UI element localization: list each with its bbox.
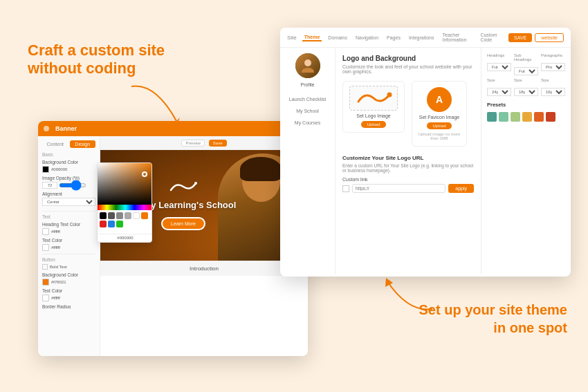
sub-headings-font-select[interactable]: Futura Arial — [514, 67, 538, 75]
svg-marker-0 — [173, 118, 180, 127]
sidebar-item-school[interactable]: My School — [283, 106, 332, 116]
btn-text-label: Text Color — [42, 288, 95, 293]
favicon-upload-box: A Set Favicon Image Upload Upload image … — [412, 81, 467, 147]
custom-url-title: Customize Your Site Logo URL — [342, 155, 474, 161]
avatar — [295, 53, 320, 78]
preset-red[interactable] — [546, 112, 555, 122]
font-headers-row: Headings Futura Arial Sub Headings Futur… — [487, 53, 565, 75]
headings-font-select[interactable]: Futura Arial — [487, 63, 511, 71]
tab-design[interactable]: Design — [70, 140, 96, 148]
text-color-row: #ffffff — [42, 244, 95, 251]
sh-size-select[interactable]: 18px 16px — [514, 88, 538, 96]
color-hex-input[interactable] — [98, 234, 152, 241]
tab-theme[interactable]: Theme — [302, 34, 322, 41]
heading-color-swatch[interactable] — [42, 228, 49, 235]
opacity-row — [42, 182, 95, 189]
heading-color-value: #ffffff — [51, 230, 60, 234]
p-size-col: Size 16px 14px — [541, 78, 565, 96]
site-label: Site — [287, 35, 297, 41]
paragraphs-font-select[interactable]: Proxima Nova Arial — [541, 63, 565, 71]
opacity-input[interactable] — [42, 182, 57, 189]
settings-save-btn[interactable]: SAVE — [508, 33, 532, 42]
sidebar-item-launch[interactable]: Launch Checklist — [283, 94, 332, 104]
size-row: Size 24px 20px Size 18px 16px Size — [487, 78, 565, 96]
paragraphs-col: Paragraphs Proxima Nova Arial — [541, 53, 565, 75]
settings-publish-btn[interactable]: website — [535, 33, 564, 42]
canvas-footer-text: Introduction — [190, 265, 219, 272]
swatch-white[interactable] — [133, 212, 140, 219]
preset-lime[interactable] — [511, 112, 520, 122]
bold-checkbox[interactable] — [42, 264, 48, 270]
sh-size-label: Size — [514, 78, 538, 82]
swatch-green[interactable] — [116, 221, 123, 227]
logo-bg-title: Logo and Background — [342, 55, 474, 62]
btn-bg-value: #f78021 — [51, 280, 66, 284]
swatch-blue[interactable] — [108, 221, 115, 227]
hero-learn-btn[interactable]: Learn More — [161, 217, 205, 230]
headings-label: Headings — [487, 53, 511, 57]
paragraphs-label: Paragraphs — [541, 53, 565, 57]
tab-integrations[interactable]: Integrations — [407, 35, 437, 41]
tab-teacher-info[interactable]: Teacher Information — [441, 32, 475, 43]
text-color-swatch[interactable] — [42, 244, 49, 251]
settings-top-actions: SAVE website — [508, 33, 564, 42]
swatch-black[interactable] — [100, 212, 107, 219]
h-size-label: Size — [487, 78, 511, 82]
sub-headings-col: Sub Headings Futura Arial — [514, 53, 538, 75]
custom-url-checkbox[interactable] — [342, 185, 349, 192]
hero-logo-svg — [169, 180, 197, 193]
logo-upload-btn[interactable]: Upload — [361, 121, 385, 128]
svg-point-2 — [194, 182, 197, 185]
preset-orange[interactable] — [534, 112, 544, 122]
preset-yellow[interactable] — [522, 112, 532, 122]
bold-row: Bold Text — [42, 264, 95, 270]
p-size-select[interactable]: 16px 14px — [541, 88, 565, 96]
border-radius-label: Border Radius — [42, 304, 95, 309]
tab-custom-code[interactable]: Custom Code — [478, 32, 503, 43]
custom-url-input[interactable] — [352, 184, 445, 193]
tab-content[interactable]: Content — [42, 140, 68, 148]
settings-top-nav: Site Theme Domains Navigation Pages Inte… — [280, 28, 571, 48]
swatch-light[interactable] — [125, 212, 131, 219]
tab-navigation[interactable]: Navigation — [353, 35, 380, 41]
sidebar-tabs: Content Design — [42, 140, 95, 148]
color-gradient[interactable] — [98, 163, 152, 205]
preset-teal[interactable] — [487, 112, 497, 122]
text-color-label: Text Color — [42, 238, 95, 243]
swatch-dark[interactable] — [108, 212, 115, 219]
headings-col: Headings Futura Arial — [487, 53, 511, 75]
bg-color-swatch[interactable] — [42, 166, 49, 173]
save-btn[interactable]: Save — [209, 140, 227, 147]
settings-main: Logo and Background Customize the look a… — [336, 48, 481, 274]
logo-bg-grid: Set Logo Image Upload A Set Favicon Imag… — [342, 81, 474, 147]
swatch-gray[interactable] — [116, 212, 123, 219]
sidebar-item-courses[interactable]: My Courses — [283, 118, 332, 128]
color-hue-slider[interactable] — [98, 205, 152, 210]
p-size-label: Size — [541, 78, 565, 82]
left-arrow — [128, 80, 183, 128]
avatar-icon — [300, 57, 316, 74]
btn-text-swatch[interactable] — [42, 295, 49, 301]
custom-url-section: Customize Your Site Logo URL Enter a cus… — [342, 155, 474, 193]
h-size-select[interactable]: 24px 20px — [487, 88, 511, 96]
heading-color-row: #ffffff — [42, 228, 95, 235]
preset-mint[interactable] — [499, 112, 508, 122]
opacity-slider[interactable] — [59, 183, 86, 187]
apply-btn[interactable]: apply — [448, 184, 474, 193]
svg-marker-1 — [385, 278, 393, 287]
swatch-red[interactable] — [100, 221, 107, 227]
favicon-upload-btn[interactable]: Upload — [427, 122, 451, 129]
tab-domains[interactable]: Domains — [326, 35, 349, 41]
swatch-orange[interactable] — [141, 212, 148, 219]
btn-bg-swatch[interactable] — [42, 279, 49, 286]
svg-point-3 — [304, 59, 311, 66]
alignment-select[interactable]: Center Left Right — [42, 198, 95, 206]
logo-bg-desc: Customize the look and feel of your scho… — [342, 64, 474, 74]
builder-sidebar: Content Design Basic Background Color #0… — [38, 136, 100, 356]
builder-title: Banner — [55, 125, 77, 132]
alignment-label: Alignment — [42, 192, 95, 196]
preview-btn[interactable]: Preview — [181, 140, 204, 147]
section-button: Button — [42, 257, 95, 262]
header-dot — [44, 126, 49, 131]
tab-pages[interactable]: Pages — [385, 35, 403, 41]
